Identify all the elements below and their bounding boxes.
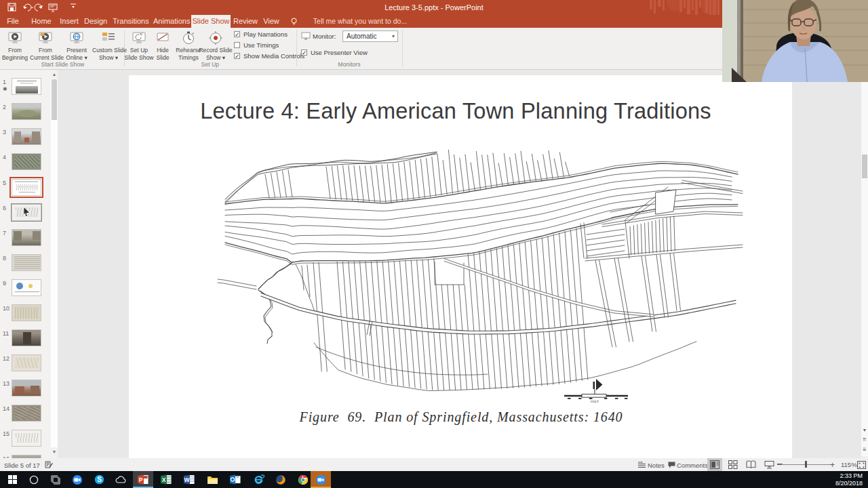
svg-text:S: S <box>97 476 102 483</box>
svg-text:W: W <box>184 476 190 483</box>
svg-text:P: P <box>139 476 143 483</box>
svg-text:X: X <box>162 476 166 483</box>
svg-text:FEET: FEET <box>591 400 599 403</box>
